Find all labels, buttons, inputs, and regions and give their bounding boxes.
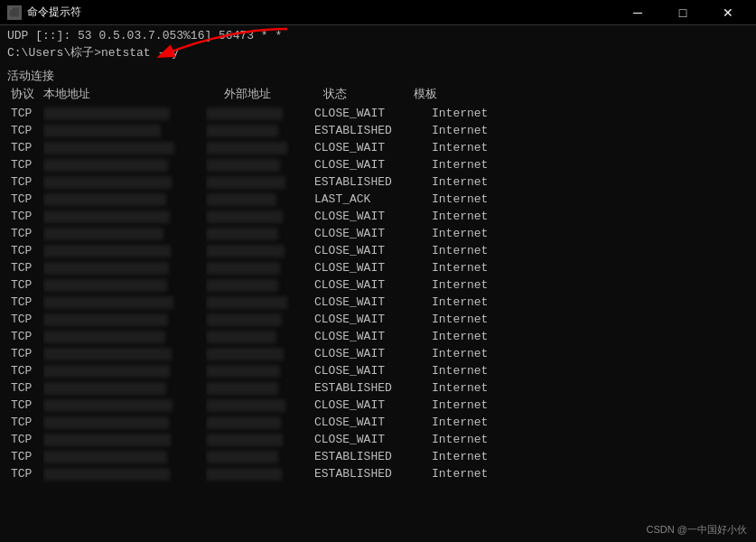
foreign-cell [206, 122, 314, 140]
local-cell [43, 105, 206, 123]
module-cell: Internet [432, 362, 504, 380]
foreign-cell [206, 191, 314, 209]
table-row: TCP ESTABLISHED Internet [7, 466, 749, 483]
local-cell [43, 397, 206, 415]
state-cell: ESTABLISHED [314, 379, 432, 397]
foreign-cell [206, 397, 314, 415]
local-cell [43, 465, 206, 483]
local-cell [43, 156, 206, 174]
app-icon: ⬛ [7, 5, 22, 20]
foreign-cell [206, 431, 314, 449]
foreign-cell [206, 414, 314, 432]
table-row: TCP ESTABLISHED Internet [7, 123, 749, 140]
module-cell: Internet [432, 448, 504, 466]
table-row: TCP CLOSE_WAIT Internet [7, 277, 749, 294]
cmd-text: C:\Users\棕子>netstat -ny [7, 46, 179, 60]
proto-cell: TCP [7, 173, 43, 192]
table-row: TCP CLOSE_WAIT Internet [7, 294, 749, 312]
state-cell: CLOSE_WAIT [314, 139, 432, 157]
foreign-cell [206, 105, 314, 123]
module-cell: Internet [432, 294, 504, 312]
state-cell: CLOSE_WAIT [314, 397, 432, 415]
local-cell [43, 328, 206, 346]
module-cell: Internet [432, 122, 504, 140]
module-cell: Internet [432, 311, 504, 329]
proto-cell: TCP [7, 242, 43, 260]
proto-cell: TCP [7, 276, 43, 294]
table-row: TCP CLOSE_WAIT Internet [7, 209, 749, 226]
module-cell: Internet [432, 208, 504, 226]
module-cell: Internet [432, 431, 504, 449]
local-cell [43, 122, 206, 140]
proto-cell: TCP [7, 362, 43, 380]
module-cell: Internet [432, 173, 504, 192]
module-cell: Internet [432, 156, 504, 174]
table-row: TCP CLOSE_WAIT Internet [7, 140, 749, 157]
state-cell: CLOSE_WAIT [314, 311, 432, 329]
module-cell: Internet [432, 328, 504, 346]
close-button[interactable]: ✕ [707, 0, 749, 25]
state-cell: CLOSE_WAIT [314, 259, 432, 277]
state-cell: CLOSE_WAIT [314, 362, 432, 380]
proto-cell: TCP [7, 156, 43, 174]
module-cell: Internet [432, 414, 504, 432]
maximize-button[interactable]: □ [662, 0, 704, 25]
foreign-cell [206, 242, 314, 260]
foreign-cell [206, 345, 314, 363]
column-headers: 协议 本地地址 外部地址 状态 模板 [7, 86, 749, 102]
local-cell [43, 242, 206, 260]
foreign-cell [206, 173, 314, 192]
table-row: TCP CLOSE_WAIT Internet [7, 329, 749, 346]
foreign-cell [206, 448, 314, 466]
table-row: TCP CLOSE_WAIT Internet [7, 415, 749, 432]
proto-cell: TCP [7, 345, 43, 363]
table-row: TCP ESTABLISHED Internet [7, 449, 749, 466]
state-cell: CLOSE_WAIT [314, 225, 432, 243]
foreign-cell [206, 276, 314, 294]
foreign-cell [206, 259, 314, 277]
minimize-button[interactable]: ─ [617, 0, 658, 25]
state-cell: CLOSE_WAIT [314, 328, 432, 346]
state-cell: CLOSE_WAIT [314, 276, 432, 294]
proto-cell: TCP [7, 328, 43, 346]
local-cell [43, 276, 206, 294]
table-row: TCP CLOSE_WAIT Internet [7, 432, 749, 449]
table-row: TCP CLOSE_WAIT Internet [7, 346, 749, 363]
watermark: CSDN @一中国好小伙 [647, 523, 747, 537]
local-cell [43, 311, 206, 329]
col-foreign-header: 外部地址 [224, 86, 323, 102]
local-cell [43, 345, 206, 363]
foreign-cell [206, 225, 314, 243]
module-cell: Internet [432, 139, 504, 157]
local-cell [43, 448, 206, 466]
state-cell: LAST_ACK [314, 191, 432, 209]
foreign-cell [206, 465, 314, 483]
state-cell: ESTABLISHED [314, 465, 432, 483]
foreign-cell [206, 156, 314, 174]
proto-cell: TCP [7, 259, 43, 277]
table-row: TCP CLOSE_WAIT Internet [7, 243, 749, 260]
local-cell [43, 173, 206, 192]
state-cell: CLOSE_WAIT [314, 105, 432, 123]
state-cell: ESTABLISHED [314, 448, 432, 466]
local-cell [43, 414, 206, 432]
table-row: TCP ESTABLISHED Internet [7, 380, 749, 397]
foreign-cell [206, 379, 314, 397]
table-row: TCP CLOSE_WAIT Internet [7, 226, 749, 243]
state-cell: CLOSE_WAIT [314, 156, 432, 174]
foreign-cell [206, 208, 314, 226]
table-row: TCP ESTABLISHED Internet [7, 174, 749, 192]
local-cell [43, 208, 206, 226]
local-cell [43, 362, 206, 380]
col-local-header: 本地地址 [43, 86, 224, 102]
state-cell: CLOSE_WAIT [314, 208, 432, 226]
window-title: 命令提示符 [27, 5, 81, 20]
local-cell [43, 259, 206, 277]
state-cell: CLOSE_WAIT [314, 345, 432, 363]
proto-cell: TCP [7, 294, 43, 312]
proto-cell: TCP [7, 465, 43, 483]
title-bar: ⬛ 命令提示符 ─ □ ✕ [0, 0, 756, 25]
udp-text: UDP [::]: 53 0.5.03.7.053%16] 56473 * * [7, 29, 282, 42]
table-row: TCP LAST_ACK Internet [7, 192, 749, 209]
state-cell: CLOSE_WAIT [314, 414, 432, 432]
